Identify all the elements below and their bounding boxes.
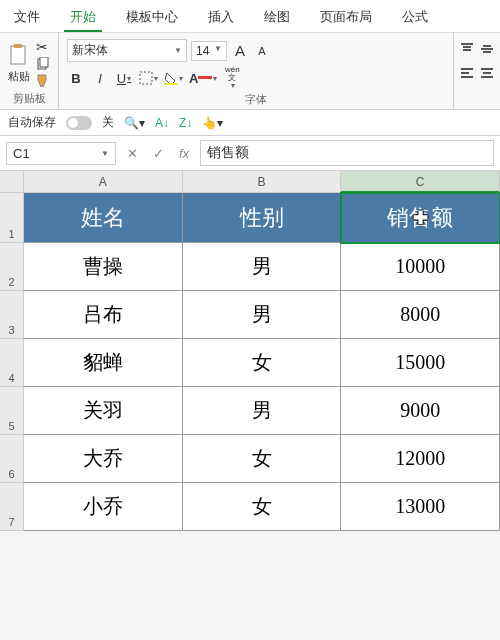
cell[interactable]: 12000 xyxy=(341,435,500,483)
sort-desc-icon[interactable]: Z↓ xyxy=(179,116,192,130)
svg-rect-8 xyxy=(463,46,471,48)
align-left-icon[interactable] xyxy=(458,63,476,83)
phonetic-button[interactable]: wén文▾ xyxy=(223,68,241,88)
row-header[interactable]: 5 xyxy=(0,387,24,435)
font-size-value: 14 xyxy=(196,44,209,58)
font-name-select[interactable]: 新宋体▼ xyxy=(67,39,187,62)
font-group: 新宋体▼ 14▼ A A B I U▾ ▾ ▾ A▾ wén文▾ 字体 xyxy=(59,33,454,109)
confirm-icon[interactable]: ✓ xyxy=(148,146,168,161)
fx-icon[interactable]: fx xyxy=(174,146,194,161)
svg-rect-3 xyxy=(40,57,48,67)
search-icon[interactable]: 🔍▾ xyxy=(124,116,145,130)
col-header-a[interactable]: A xyxy=(24,171,183,193)
table-row: 小乔 女 13000 xyxy=(24,483,500,531)
cell[interactable]: 9000 xyxy=(341,387,500,435)
cell-selected[interactable]: 销售额✚ xyxy=(341,193,500,243)
menu-formula[interactable]: 公式 xyxy=(396,4,434,32)
svg-rect-0 xyxy=(11,46,25,64)
fill-color-button[interactable]: ▾ xyxy=(164,68,183,88)
cell[interactable]: 小乔 xyxy=(24,483,183,531)
svg-rect-10 xyxy=(483,45,491,47)
font-size-select[interactable]: 14▼ xyxy=(191,41,227,61)
table-row: 吕布 男 8000 xyxy=(24,291,500,339)
align-group xyxy=(454,33,500,109)
autosave-toggle[interactable] xyxy=(66,116,92,130)
border-button[interactable]: ▾ xyxy=(139,68,158,88)
align-center-icon[interactable] xyxy=(478,63,496,83)
clipboard-group: 粘贴 ✂ 剪贴板 xyxy=(0,33,59,109)
svg-rect-16 xyxy=(481,68,493,70)
align-top-icon[interactable] xyxy=(458,39,476,59)
cell[interactable]: 男 xyxy=(183,243,342,291)
cell[interactable]: 吕布 xyxy=(24,291,183,339)
row-header[interactable]: 3 xyxy=(0,291,24,339)
autosave-label: 自动保存 xyxy=(8,114,56,131)
cell[interactable]: 女 xyxy=(183,435,342,483)
increase-font-icon[interactable]: A xyxy=(231,41,249,61)
chevron-down-icon: ▾ xyxy=(127,74,131,83)
cell[interactable]: 15000 xyxy=(341,339,500,387)
ribbon: 粘贴 ✂ 剪贴板 新宋体▼ 14▼ A A B I U▾ ▾ ▾ A▾ wén文… xyxy=(0,33,500,110)
cut-icon[interactable]: ✂ xyxy=(36,39,50,55)
menu-file[interactable]: 文件 xyxy=(8,4,46,32)
svg-rect-12 xyxy=(483,51,491,53)
font-name-value: 新宋体 xyxy=(72,42,108,59)
table-row: 关羽 男 9000 xyxy=(24,387,500,435)
row-header[interactable]: 1 xyxy=(0,193,24,243)
cell[interactable]: 关羽 xyxy=(24,387,183,435)
cell[interactable]: 13000 xyxy=(341,483,500,531)
italic-button[interactable]: I xyxy=(91,68,109,88)
row-header[interactable]: 4 xyxy=(0,339,24,387)
cancel-icon[interactable]: ✕ xyxy=(122,146,142,161)
cell[interactable]: 男 xyxy=(183,387,342,435)
select-all-corner[interactable] xyxy=(0,171,24,193)
autosave-off: 关 xyxy=(102,114,114,131)
svg-rect-15 xyxy=(461,76,473,78)
cell[interactable]: 姓名 xyxy=(24,193,183,243)
menu-insert[interactable]: 插入 xyxy=(202,4,240,32)
menu-template[interactable]: 模板中心 xyxy=(120,4,184,32)
cell[interactable]: 男 xyxy=(183,291,342,339)
decrease-font-icon[interactable]: A xyxy=(253,41,271,61)
svg-rect-7 xyxy=(461,43,473,45)
copy-icon[interactable] xyxy=(36,57,50,71)
cell[interactable]: 性别 xyxy=(183,193,342,243)
svg-rect-5 xyxy=(164,83,178,85)
cell[interactable]: 曹操 xyxy=(24,243,183,291)
svg-rect-4 xyxy=(140,72,152,84)
align-middle-icon[interactable] xyxy=(478,39,496,59)
col-header-b[interactable]: B xyxy=(183,171,342,193)
menu-layout[interactable]: 页面布局 xyxy=(314,4,378,32)
cell[interactable]: 10000 xyxy=(341,243,500,291)
bold-button[interactable]: B xyxy=(67,68,85,88)
col-header-c[interactable]: C xyxy=(341,171,500,193)
row-header[interactable]: 7 xyxy=(0,483,24,531)
cell[interactable]: 女 xyxy=(183,483,342,531)
table-row: 曹操 男 10000 xyxy=(24,243,500,291)
chevron-down-icon: ▾ xyxy=(213,74,217,83)
sort-asc-icon[interactable]: A↓ xyxy=(155,116,169,130)
format-painter-icon[interactable] xyxy=(36,73,50,87)
cell[interactable]: 8000 xyxy=(341,291,500,339)
paste-button[interactable]: 粘贴 xyxy=(8,43,30,84)
name-box[interactable]: C1▼ xyxy=(6,142,116,165)
svg-rect-14 xyxy=(461,72,469,74)
clipboard-label: 剪贴板 xyxy=(8,91,50,106)
touch-icon[interactable]: 👆▾ xyxy=(202,116,223,130)
svg-rect-18 xyxy=(481,76,493,78)
chevron-down-icon: ▼ xyxy=(101,149,109,158)
underline-button[interactable]: U▾ xyxy=(115,68,133,88)
cell[interactable]: 女 xyxy=(183,339,342,387)
row-header[interactable]: 2 xyxy=(0,243,24,291)
row-header[interactable]: 6 xyxy=(0,435,24,483)
menu-draw[interactable]: 绘图 xyxy=(258,4,296,32)
svg-rect-13 xyxy=(461,68,473,70)
formula-input[interactable]: 销售额 xyxy=(200,140,494,166)
cell[interactable]: 大乔 xyxy=(24,435,183,483)
column-headers: A B C xyxy=(24,171,500,193)
cell-ref: C1 xyxy=(13,146,30,161)
cell[interactable]: 貂蝉 xyxy=(24,339,183,387)
font-color-button[interactable]: A▾ xyxy=(189,68,217,88)
row-headers: 1 2 3 4 5 6 7 xyxy=(0,171,24,531)
menu-home[interactable]: 开始 xyxy=(64,4,102,32)
